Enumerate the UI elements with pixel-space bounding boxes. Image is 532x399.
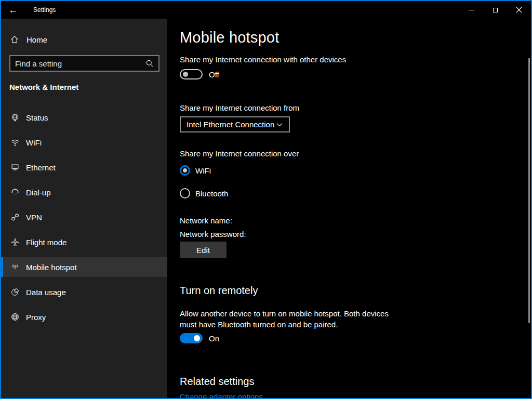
ethernet-icon <box>10 163 20 172</box>
page-title: Mobile hotspot <box>180 29 279 46</box>
sidebar-item-mobile-hotspot[interactable]: Mobile hotspot <box>1 257 167 277</box>
search-input[interactable] <box>10 59 141 68</box>
window-title: Settings <box>33 6 56 14</box>
pie-chart-icon <box>10 287 20 297</box>
hotspot-icon <box>10 262 20 272</box>
window-controls <box>459 1 531 19</box>
connection-dropdown-value: Intel Ethernet Connection <box>181 120 276 129</box>
sidebar-item-flight-mode[interactable]: Flight mode <box>1 232 167 252</box>
remote-toggle-state: On <box>209 334 219 343</box>
sidebar-item-label: Proxy <box>26 313 46 322</box>
sidebar-item-label: Flight mode <box>26 238 66 247</box>
radio-wifi-label: WiFi <box>195 166 211 175</box>
search-box <box>9 55 159 72</box>
chevron-down-icon <box>276 123 283 127</box>
connection-dropdown[interactable]: Intel Ethernet Connection <box>180 116 290 132</box>
vpn-icon <box>10 212 20 222</box>
radio-selected-icon <box>180 165 190 176</box>
sidebar-item-wifi[interactable]: WiFi <box>1 132 167 152</box>
maximize-icon <box>493 8 498 12</box>
minimize-button[interactable] <box>459 1 483 19</box>
edit-button[interactable]: Edit <box>180 242 227 258</box>
sidebar-item-label: VPN <box>26 213 42 222</box>
toggle-knob <box>183 72 188 77</box>
sidebar-item-label: Status <box>26 113 48 122</box>
close-icon <box>516 7 522 13</box>
sidebar-item-label: Data usage <box>26 288 66 297</box>
share-over-label: Share my Internet connection over <box>180 149 299 158</box>
globe-icon <box>10 312 20 322</box>
network-name-label: Network name: <box>180 216 232 225</box>
settings-window: ← Settings Home <box>0 0 532 399</box>
sidebar-section-title: Network & Internet <box>9 83 78 91</box>
home-icon <box>10 35 19 44</box>
radio-unselected-icon <box>180 188 190 198</box>
titlebar: ← Settings <box>1 1 531 19</box>
close-button[interactable] <box>507 1 531 19</box>
search-icon[interactable] <box>141 59 158 68</box>
wifi-icon <box>10 138 20 147</box>
sidebar-item-label: Ethernet <box>26 163 56 172</box>
sidebar: Home Network & Internet Status WiFi <box>1 19 167 399</box>
scrollbar[interactable] <box>528 58 530 323</box>
sidebar-item-home[interactable]: Home <box>1 30 167 49</box>
sidebar-item-ethernet[interactable]: Ethernet <box>1 157 167 177</box>
share-connection-toggle[interactable] <box>180 69 203 79</box>
dialup-icon <box>10 188 20 197</box>
related-settings-title: Related settings <box>180 376 254 388</box>
share-from-label: Share my Internet connection from <box>180 103 299 112</box>
back-button[interactable]: ← <box>1 1 25 19</box>
maximize-button[interactable] <box>483 1 507 19</box>
change-adapter-options-link[interactable]: Change adapter options <box>180 392 263 399</box>
share-connection-label: Share my Internet connection with other … <box>180 55 346 64</box>
radio-bluetooth[interactable]: Bluetooth <box>180 188 228 198</box>
sidebar-item-label: Home <box>26 35 47 44</box>
main-content: Mobile hotspot Share my Internet connect… <box>167 19 531 399</box>
minimize-icon <box>469 10 474 10</box>
radio-bluetooth-label: Bluetooth <box>195 189 228 198</box>
sidebar-item-label: Mobile hotspot <box>26 263 77 272</box>
sidebar-item-dialup[interactable]: Dial-up <box>1 182 167 202</box>
share-toggle-state: Off <box>209 70 219 79</box>
sidebar-item-label: Dial-up <box>26 188 51 197</box>
toggle-knob <box>194 335 200 341</box>
remote-toggle[interactable] <box>180 333 203 343</box>
airplane-icon <box>10 237 20 247</box>
radio-wifi[interactable]: WiFi <box>180 165 211 176</box>
turn-on-remotely-title: Turn on remotely <box>180 285 258 297</box>
network-password-label: Network password: <box>180 230 246 238</box>
back-arrow-icon: ← <box>8 5 18 16</box>
globe-status-icon <box>10 113 20 122</box>
sidebar-item-proxy[interactable]: Proxy <box>1 307 167 327</box>
sidebar-item-label: WiFi <box>26 138 42 147</box>
sidebar-item-status[interactable]: Status <box>1 108 167 127</box>
sidebar-item-data-usage[interactable]: Data usage <box>1 282 167 302</box>
turn-on-remotely-description: Allow another device to turn on mobile h… <box>180 308 403 330</box>
sidebar-item-vpn[interactable]: VPN <box>1 207 167 227</box>
